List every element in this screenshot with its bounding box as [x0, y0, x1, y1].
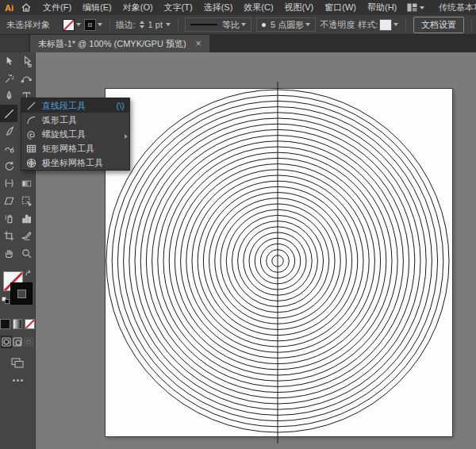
- brush-label: 5 点圆形: [271, 19, 304, 31]
- menu-file[interactable]: 文件(F): [37, 2, 77, 13]
- stroke-weight-value[interactable]: 1 pt: [148, 20, 163, 29]
- width-profile-dropdown[interactable]: 等比: [185, 17, 251, 32]
- default-fill-stroke-icon[interactable]: [2, 297, 10, 304]
- menu-window[interactable]: 窗口(W): [319, 2, 362, 13]
- menu-help[interactable]: 帮助(H): [362, 2, 402, 13]
- document-title: 未标题-1* @ 100% (CMYK/GPU 预览): [38, 38, 186, 50]
- step-up-icon[interactable]: [140, 21, 144, 24]
- draw-behind-mode[interactable]: [12, 336, 23, 348]
- polar-grid-icon: [26, 158, 36, 168]
- flyout-label: 矩形网格工具: [42, 143, 94, 155]
- gradient-button[interactable]: [13, 319, 23, 329]
- app-logo: Ai: [2, 3, 18, 13]
- brush-dot-icon: [262, 23, 266, 27]
- menu-view[interactable]: 视图(V): [279, 2, 320, 13]
- close-tab-icon[interactable]: ×: [196, 39, 202, 48]
- chevron-down-icon[interactable]: [166, 23, 171, 26]
- free-transform-tool[interactable]: [17, 192, 35, 209]
- slice-tool[interactable]: [17, 227, 35, 244]
- flyout-label: 直线段工具: [42, 100, 86, 112]
- stroke-hole: [88, 23, 92, 27]
- hand-tool[interactable]: [0, 244, 17, 262]
- symbol-sprayer-tool[interactable]: [0, 209, 17, 227]
- color-button[interactable]: [0, 319, 10, 329]
- style-label: 样式:: [358, 19, 378, 31]
- menu-effect[interactable]: 效果(C): [238, 2, 278, 13]
- rotate-tool[interactable]: [0, 157, 17, 175]
- chevron-down-icon[interactable]: [393, 23, 398, 26]
- change-screen-mode-icon[interactable]: [0, 358, 35, 368]
- pen-tool[interactable]: [0, 87, 17, 105]
- chevron-down-icon: [420, 6, 424, 10]
- workspace-switcher-icon[interactable]: [402, 3, 429, 12]
- gradient-tool[interactable]: [17, 175, 35, 192]
- fill-none-swatch[interactable]: [63, 19, 75, 31]
- flyout-item-line-segment[interactable]: 直线段工具 (\): [21, 98, 129, 113]
- line-tools-flyout-menu: 直线段工具 (\) 弧形工具 螺旋线工具 矩形网格工具 极坐标网格工具: [21, 98, 130, 171]
- stroke-swatch-hole: [17, 290, 26, 298]
- draw-inside-mode[interactable]: [23, 336, 34, 348]
- width-profile-label: 等比: [222, 19, 240, 31]
- magic-wand-tool[interactable]: [0, 70, 17, 87]
- chevron-down-icon: [305, 23, 310, 26]
- document-tab[interactable]: 未标题-1* @ 100% (CMYK/GPU 预览) ×: [30, 35, 209, 52]
- brush-dropdown[interactable]: 5 点圆形: [256, 17, 316, 32]
- menu-object[interactable]: 对象(O): [117, 2, 159, 13]
- flyout-item-arc[interactable]: 弧形工具: [21, 113, 129, 127]
- divider: [471, 18, 472, 31]
- control-options-bar: 未选择对象 描边: 1 pt 等比 5 点圆形 不透明度 样式: 文档设置: [0, 15, 476, 35]
- stroke-swatch-black[interactable]: [10, 282, 33, 305]
- shaper-tool[interactable]: [0, 140, 17, 157]
- flyout-shortcut: (\): [117, 101, 125, 110]
- artwork-svg: [106, 89, 452, 436]
- step-down-icon[interactable]: [140, 25, 144, 29]
- menu-select[interactable]: 选择(S): [198, 2, 239, 13]
- drawing-modes: [0, 336, 35, 348]
- stroke-weight-label: 描边:: [116, 19, 136, 31]
- document-setup-button[interactable]: 文档设置: [413, 17, 464, 33]
- draw-normal-mode[interactable]: [1, 336, 12, 348]
- column-graph-tool[interactable]: [17, 209, 35, 227]
- flyout-item-polar-grid[interactable]: 极坐标网格工具: [21, 155, 129, 170]
- width-tool[interactable]: [0, 175, 17, 192]
- edit-toolbar-button[interactable]: [0, 379, 35, 382]
- flyout-label: 螺旋线工具: [42, 129, 86, 140]
- workspace-name[interactable]: 传统基本功能: [439, 2, 476, 13]
- selection-status: 未选择对象: [6, 19, 63, 31]
- zoom-tool[interactable]: [17, 244, 35, 262]
- line-segment-icon: [26, 101, 36, 111]
- chevron-down-icon[interactable]: [76, 23, 81, 26]
- divider: [178, 18, 178, 31]
- stroke-weight-stepper[interactable]: [140, 21, 144, 29]
- menu-type[interactable]: 文字(T): [159, 2, 198, 13]
- tear-off-icon: [125, 134, 128, 139]
- document-tab-bar: 未标题-1* @ 100% (CMYK/GPU 预览) ×: [0, 35, 476, 52]
- flyout-label: 弧形工具: [42, 114, 77, 126]
- artboard-tool[interactable]: [0, 227, 17, 244]
- stroke-color-swatch[interactable]: [84, 19, 96, 31]
- line-segment-tool[interactable]: [0, 105, 17, 122]
- flyout-item-spiral[interactable]: 螺旋线工具: [21, 127, 129, 141]
- swap-fill-stroke-icon[interactable]: [25, 270, 34, 278]
- divider: [109, 18, 110, 31]
- home-icon[interactable]: [18, 3, 37, 12]
- menu-bar: Ai 文件(F) 编辑(E) 对象(O) 文字(T) 选择(S) 效果(C) 视…: [0, 0, 476, 15]
- flyout-label: 极坐标网格工具: [42, 157, 103, 169]
- arc-icon: [26, 115, 36, 125]
- color-mode-buttons: [0, 319, 35, 329]
- none-button[interactable]: [25, 319, 35, 329]
- rectangular-grid-icon: [26, 144, 36, 154]
- style-swatch[interactable]: [379, 19, 392, 31]
- paintbrush-tool[interactable]: [0, 122, 17, 140]
- spiral-icon: [26, 129, 36, 140]
- curvature-tool[interactable]: [17, 70, 35, 87]
- artboard[interactable]: [106, 89, 452, 436]
- opacity-label[interactable]: 不透明度: [320, 19, 355, 31]
- menu-edit[interactable]: 编辑(E): [77, 2, 117, 13]
- flyout-item-rect-grid[interactable]: 矩形网格工具: [21, 141, 129, 155]
- shear-tool[interactable]: [0, 192, 17, 209]
- direct-selection-tool[interactable]: [17, 52, 35, 70]
- selection-tool[interactable]: [0, 52, 17, 70]
- chevron-down-icon[interactable]: [98, 23, 102, 26]
- chevron-down-icon: [241, 23, 246, 26]
